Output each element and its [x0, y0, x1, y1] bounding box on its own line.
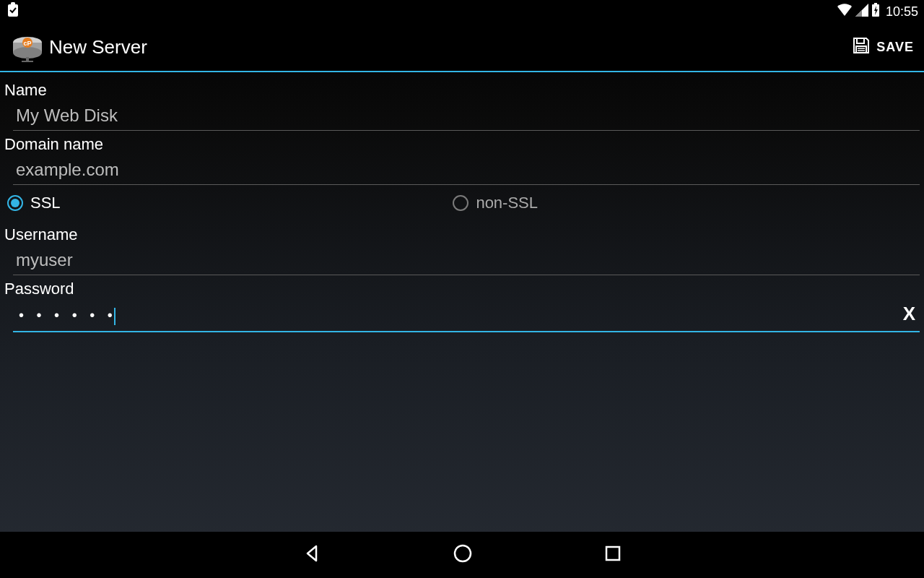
clipboard-icon [6, 2, 20, 21]
password-label: Password [4, 275, 920, 300]
ssl-radio-group: SSL non-SSL [4, 185, 920, 221]
status-bar: 10:55 [0, 0, 924, 23]
signal-icon [855, 4, 868, 20]
name-label: Name [4, 77, 920, 101]
text-cursor [114, 308, 116, 325]
password-field[interactable]: • • • • • • [13, 300, 920, 332]
back-button[interactable] [302, 543, 322, 566]
domain-field[interactable] [13, 155, 920, 185]
svg-point-15 [455, 545, 471, 561]
svg-rect-12 [856, 46, 866, 53]
name-field[interactable] [13, 101, 920, 131]
save-button-label: SAVE [876, 40, 914, 55]
app-header: cP New Server SAVE [0, 23, 924, 72]
nonssl-radio[interactable]: non-SSL [453, 194, 538, 212]
radio-unselected-icon [453, 195, 468, 211]
ssl-radio-label: SSL [30, 194, 61, 212]
save-button[interactable]: SAVE [852, 36, 914, 58]
radio-selected-icon [7, 195, 23, 211]
page-title: New Server [49, 36, 147, 59]
svg-text:cP: cP [23, 40, 31, 47]
battery-charging-icon [871, 3, 880, 20]
svg-rect-11 [857, 38, 864, 43]
svg-rect-10 [22, 61, 33, 62]
status-time: 10:55 [886, 4, 918, 20]
server-icon: cP [10, 34, 42, 60]
save-disk-icon [852, 36, 871, 58]
password-masked-value: • • • • • • [19, 307, 117, 323]
wifi-icon [837, 4, 853, 20]
form-area: Name Domain name SSL non-SSL Username Pa… [0, 72, 924, 332]
domain-label: Domain name [4, 131, 920, 155]
svg-rect-16 [606, 547, 619, 560]
home-button[interactable] [452, 543, 474, 567]
navigation-bar [0, 532, 924, 578]
svg-rect-1 [11, 2, 15, 6]
recent-apps-button[interactable] [603, 544, 622, 566]
username-field[interactable] [13, 246, 920, 275]
clear-password-button[interactable]: X [903, 303, 915, 325]
username-label: Username [4, 221, 920, 246]
nonssl-radio-label: non-SSL [476, 194, 538, 212]
svg-rect-3 [874, 3, 877, 5]
svg-point-6 [13, 47, 42, 59]
ssl-radio[interactable]: SSL [7, 194, 453, 212]
